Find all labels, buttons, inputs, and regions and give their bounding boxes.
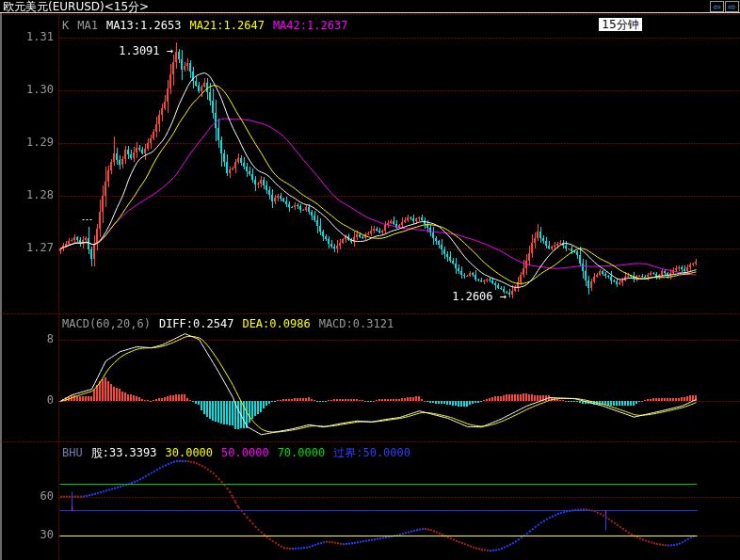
price-axis-tick: 1.27 [0,241,54,254]
bhu-header: BHU股:33.339330.000050.000070.0000过界:50.0… [62,445,419,461]
ma42-value: MA42:1.2637 [273,19,347,32]
bhu-cross-label: 过界:50.0000 [333,446,410,459]
dea-value: DEA:0.0986 [242,317,310,330]
trading-app-window: 欧元美元(EURUSD)<15分> ⇦ ⇨ 15分钟 KMA1MA13:1.26… [0,0,740,560]
macd-name: MACD(60,20,6) [62,317,151,330]
price-axis-tick: 1.28 [0,188,54,201]
window-title: 欧元美元(EURUSD)<15分> [3,0,149,15]
macd-axis-tick: 8 [0,332,54,345]
arrow-left-icon: ⇦ [713,2,720,12]
macd-header: MACD(60,20,6)DIFF:0.2547DEA:0.0986MACD:0… [62,317,402,330]
bhu-level70: 70.0000 [278,446,326,459]
k-line-label: K [62,19,69,32]
price-axis-tick: 1.31 [0,30,54,43]
arrow-right-icon: ⇨ [728,2,735,12]
diff-value: DIFF:0.2547 [159,317,233,330]
bhu-axis-tick: 30 [0,528,54,541]
bhu-axis-tick: 60 [0,489,54,503]
main-indicator-header: KMA1MA13:1.2653MA21:1.2647MA42:1.2637 [62,19,356,32]
ma13-value: MA13:1.2653 [106,19,181,32]
chart-canvas[interactable] [0,0,740,560]
ma21-value: MA21:1.2647 [189,19,264,32]
annotation-high: 1.3091 → [115,44,173,57]
bhu-level50: 50.0000 [221,446,269,459]
title-bar: 欧元美元(EURUSD)<15分> [0,0,740,12]
price-axis-tick: 1.30 [0,83,54,96]
period-badge[interactable]: 15分钟 [599,18,642,31]
bhu-name: BHU [62,446,83,459]
macd-axis-tick: 0 [0,393,54,407]
scroll-right-button[interactable]: ⇨ [725,1,739,12]
bhu-stock-value: 股:33.3393 [91,446,157,459]
bhu-level30: 30.0000 [165,446,213,459]
scroll-left-button[interactable]: ⇦ [710,1,724,12]
price-axis-tick: 1.29 [0,136,54,149]
ma-group-label: MA1 [77,19,98,32]
annotation-low: 1.2606 → [448,290,507,303]
macd-value: MACD:0.3121 [319,317,394,330]
